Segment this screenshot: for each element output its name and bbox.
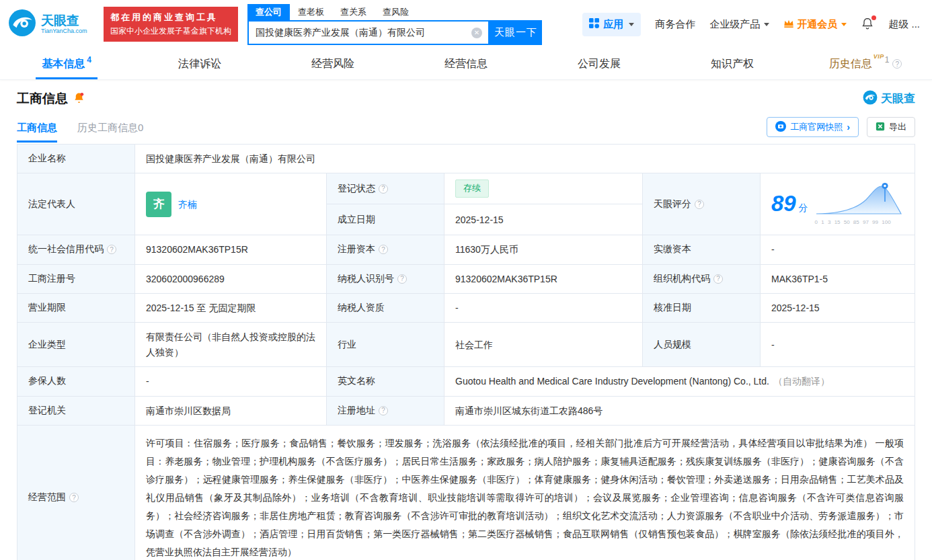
logo-domain: TianYanCha.com [41,28,87,34]
tab-operating-risk[interactable]: 经营风险 [266,48,399,79]
export-button[interactable]: 导出 [867,117,915,137]
nav-super-member[interactable]: 超级 ... [888,18,920,31]
nav-enterprise-label: 企业级产品 [709,18,760,31]
apps-grid-icon [589,18,599,30]
notification-bell[interactable] [861,17,874,32]
help-icon[interactable] [69,493,79,502]
tianyancha-logo-icon [8,9,36,40]
snapshot-camera-icon [775,121,786,134]
help-icon[interactable] [107,245,116,254]
help-icon[interactable] [379,184,388,194]
help-icon[interactable] [713,274,723,284]
apps-menu[interactable]: 应用 [582,13,641,36]
tab-basic-label: 基本信息 [42,57,85,71]
value-registration-number: 320602000966289 [135,265,327,293]
label-org-code: 组织机构代码 [643,265,761,293]
label-insured-count: 参保人数 [17,367,135,395]
section-title: 工商信息 [17,90,68,108]
table-row: 企业名称 国投健康医养产业发展（南通）有限公司 [17,145,915,173]
search-input[interactable] [249,28,471,38]
nav-enterprise[interactable]: 企业级产品 [709,18,769,31]
value-english-name: Guotou Health and Medical Care Industry … [444,367,915,395]
value-industry: 社会工作 [444,323,643,366]
subtab-row: 工商信息 历史工商信息0 工商官网快照 导出 [0,108,932,143]
help-icon[interactable] [892,59,902,69]
score-number: 89 [771,191,796,216]
brand-text: 天眼查 [881,93,915,106]
active-tab-underline [36,77,98,79]
status-date-block: 登记状态 存续 成立日期 2025-12-15 [327,173,643,235]
nav-open-vip[interactable]: 开通会员 [783,18,847,31]
label-registration-number: 工商注册号 [17,265,135,293]
table-row: 参保人数 - 英文名称 Guotou Health and Medical Ca… [17,367,915,396]
registered-capital-label: 注册资本 [338,243,375,255]
english-name-text: Guotou Health and Medical Care Industry … [455,374,769,389]
search-button[interactable]: 天眼一下 [490,20,542,45]
tab-intellectual-property[interactable]: 知识产权 [666,48,799,79]
label-taxpayer-id: 纳税人识别号 [327,265,444,293]
tab-company-development[interactable]: 公司发展 [533,48,666,79]
status-badge: 存续 [455,179,489,198]
subtab-history-business-info[interactable]: 历史工商信息0 [77,122,143,143]
value-company-name: 国投健康医养产业发展（南通）有限公司 [135,145,915,173]
table-row: 经营范围 许可项目：住宿服务；医疗服务；食品销售；餐饮服务；理发服务；洗浴服务（… [17,426,915,560]
search-tab-relation[interactable]: 查关系 [332,4,375,20]
crown-icon [783,19,794,30]
value-company-type: 有限责任公司（非自然人投资或控股的法人独资） [135,323,327,366]
vip-badge: VIP [873,53,884,60]
tianyancha-logo[interactable]: 天眼查 TianYanCha.com [8,9,104,40]
tab-development-label: 公司发展 [578,57,621,71]
subtab-business-info[interactable]: 工商信息 [17,122,57,143]
tab-risk-label: 经营风险 [311,57,354,71]
score-axis-labels: 0 1 3 15 50 85 97 99 100 [815,218,902,227]
label-paid-capital: 实缴资本 [643,235,761,264]
org-code-label: 组织机构代码 [654,273,710,285]
value-registered-address: 南通市崇川区城东街道工农路486号 [444,397,915,425]
chevron-down-icon [841,23,847,26]
taxpayer-id-label: 纳税人识别号 [338,273,394,285]
value-insured-count: - [135,367,327,395]
label-company-name: 企业名称 [17,145,135,173]
search-area: 查公司 查老板 查关系 查风险 天眼一下 [247,3,542,45]
label-staff-size: 人员规模 [643,323,761,366]
business-info-table: 企业名称 国投健康医养产业发展（南通）有限公司 法定代表人 齐 齐楠 登记状态 … [17,144,915,560]
table-row: 营业期限 2025-12-15 至 无固定期限 纳税人资质 - 核准日期 202… [17,294,915,323]
clear-icon[interactable] [471,28,482,38]
label-business-scope: 经营范围 [17,426,135,560]
value-legal-representative: 齐 齐楠 [135,173,327,235]
search-tab-risk[interactable]: 查风险 [375,4,417,20]
tianyancha-logo-icon [863,90,878,108]
label-credit-code: 统一社会信用代码 [17,235,135,264]
subscribe-bell-icon[interactable] [73,91,85,107]
help-icon[interactable] [397,274,407,284]
value-registered-capital: 11630万人民币 [444,235,643,264]
search-type-tabs: 查公司 查老板 查关系 查风险 [247,3,542,20]
search-tab-company[interactable]: 查公司 [247,4,290,20]
value-taxpayer-id: 91320602MAK36TP15R [444,265,643,293]
tab-legal-label: 法律诉讼 [178,57,221,71]
label-taxpayer-qualification: 纳税人资质 [327,294,444,322]
credit-code-label: 统一社会信用代码 [28,243,104,255]
tab-history-info[interactable]: 历史信息 VIP 1 [799,48,932,79]
label-approval-date: 核准日期 [643,294,761,322]
value-registration-authority: 南通市崇川区数据局 [135,397,327,425]
tab-operating-info[interactable]: 经营信息 [399,48,533,79]
table-row: 工商注册号 320602000966289 纳税人识别号 91320602MAK… [17,265,915,294]
tab-basic-info[interactable]: 基本信息 4 [0,48,133,79]
official-snapshot-button[interactable]: 工商官网快照 [767,117,859,137]
avatar[interactable]: 齐 [146,192,171,217]
value-tianyan-score[interactable]: 89 分 0 1 3 15 50 85 97 99 100 [761,173,915,235]
legal-representative-link[interactable]: 齐楠 [178,197,197,212]
table-row: 登记机关 南通市崇川区数据局 注册地址 南通市崇川区城东街道工农路486号 [17,397,915,426]
nav-cooperation[interactable]: 商务合作 [655,18,695,31]
help-icon[interactable] [379,406,388,415]
help-icon[interactable] [695,200,704,209]
tab-operation-label: 经营信息 [444,57,488,71]
tab-legal[interactable]: 法律诉讼 [133,48,266,79]
help-icon[interactable] [379,245,388,254]
search-tab-boss[interactable]: 查老板 [290,4,332,20]
value-org-code: MAK36TP1-5 [761,265,915,293]
tab-basic-count: 4 [87,55,91,65]
score-unit: 分 [799,202,808,213]
tab-history-count: 1 [885,55,890,65]
